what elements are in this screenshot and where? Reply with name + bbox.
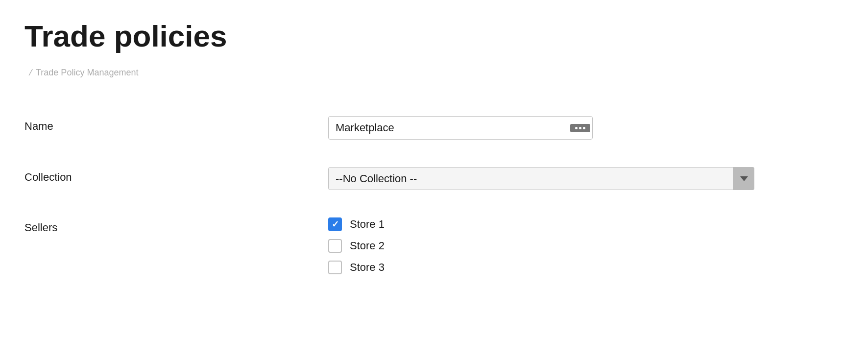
breadcrumb-label: Trade Policy Management: [36, 68, 138, 78]
seller-checkbox-store3[interactable]: [328, 261, 342, 274]
dots-icon: [575, 127, 585, 129]
collection-select-wrapper: --No Collection --: [328, 167, 754, 190]
seller-row-store3: Store 3: [328, 261, 769, 274]
collection-label: Collection: [24, 167, 328, 184]
page-title: Trade policies: [24, 20, 844, 53]
name-label: Name: [24, 116, 328, 133]
trade-policy-form: Name Collection --No Collection --: [24, 102, 844, 288]
sellers-control: ✓ Store 1 Store 2 Store 3: [328, 217, 769, 274]
name-control: [328, 116, 769, 140]
seller-label-store1: Store 1: [350, 218, 385, 231]
breadcrumb-separator: /: [28, 68, 33, 78]
seller-label-store3: Store 3: [350, 261, 385, 274]
collection-row: Collection --No Collection --: [24, 153, 844, 204]
collection-control: --No Collection --: [328, 167, 769, 190]
seller-row-store2: Store 2: [328, 239, 769, 253]
sellers-label: Sellers: [24, 217, 328, 234]
seller-checkbox-store1[interactable]: ✓: [328, 217, 342, 231]
name-dots-button[interactable]: [570, 124, 590, 132]
name-input[interactable]: [329, 117, 570, 139]
checkmark-icon: ✓: [332, 220, 339, 229]
name-row: Name: [24, 102, 844, 153]
breadcrumb: / Trade Policy Management: [24, 68, 844, 78]
name-input-wrapper: [328, 116, 593, 140]
sellers-row: Sellers ✓ Store 1 Store 2 Store: [24, 204, 844, 288]
seller-checkbox-store2[interactable]: [328, 239, 342, 253]
sellers-list: ✓ Store 1 Store 2 Store 3: [328, 217, 769, 274]
collection-select[interactable]: --No Collection --: [328, 167, 754, 190]
seller-row-store1: ✓ Store 1: [328, 217, 769, 231]
seller-label-store2: Store 2: [350, 240, 385, 252]
